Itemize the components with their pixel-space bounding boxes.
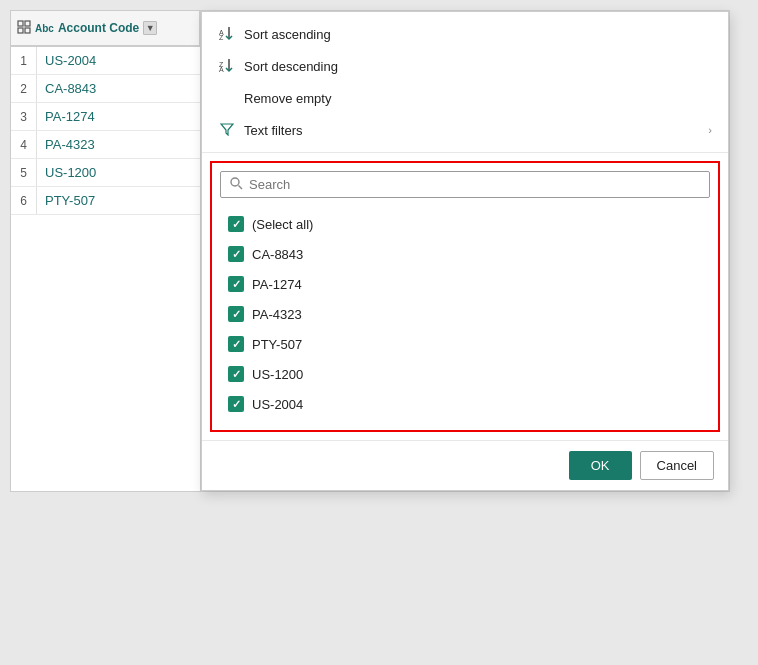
svg-marker-10 <box>221 124 233 135</box>
check-mark: ✓ <box>232 278 241 291</box>
sort-ascending-label: Sort ascending <box>244 27 331 42</box>
table-row: 5 US-1200 <box>11 159 200 187</box>
sort-descending-icon: Z A <box>218 57 236 76</box>
checkbox-label-ca-8843: CA-8843 <box>252 247 303 262</box>
svg-rect-3 <box>25 28 30 33</box>
row-number: 2 <box>11 75 37 102</box>
svg-text:Z: Z <box>219 34 224 41</box>
checkbox-pa-4323[interactable]: ✓ PA-4323 <box>224 300 706 328</box>
dialog-footer: OK Cancel <box>202 440 728 490</box>
checkbox-select-all[interactable]: ✓ (Select all) <box>224 210 706 238</box>
check-mark: ✓ <box>232 338 241 351</box>
spreadsheet-panel: Abc Account Code ▼ 1 US-2004 2 CA-8843 3… <box>11 11 201 491</box>
filter-dropdown-panel: A Z Sort ascending Z A <box>201 11 729 491</box>
text-filters-item[interactable]: Text filters › <box>202 114 728 146</box>
text-filters-icon <box>218 122 236 139</box>
checkbox-icon-us-2004[interactable]: ✓ <box>228 396 244 412</box>
sort-ascending-icon: A Z <box>218 25 236 44</box>
remove-empty-item[interactable]: Remove empty <box>202 82 728 114</box>
grid-icon <box>17 20 31 36</box>
checkbox-icon-pa-1274[interactable]: ✓ <box>228 276 244 292</box>
svg-rect-0 <box>18 21 23 26</box>
sort-descending-label: Sort descending <box>244 59 338 74</box>
checkbox-pa-1274[interactable]: ✓ PA-1274 <box>224 270 706 298</box>
table-row: 6 PTY-507 <box>11 187 200 215</box>
check-mark: ✓ <box>232 248 241 261</box>
account-code-dropdown-arrow[interactable]: ▼ <box>143 21 157 35</box>
check-mark: ✓ <box>232 368 241 381</box>
svg-rect-1 <box>25 21 30 26</box>
table-row: 2 CA-8843 <box>11 75 200 103</box>
account-code-cell: PA-4323 <box>37 137 95 152</box>
checkbox-label-select-all: (Select all) <box>252 217 313 232</box>
checkbox-us-2004[interactable]: ✓ US-2004 <box>224 390 706 418</box>
sort-ascending-item[interactable]: A Z Sort ascending <box>202 18 728 50</box>
remove-empty-label: Remove empty <box>244 91 331 106</box>
account-code-cell: PA-1274 <box>37 109 95 124</box>
account-code-cell: US-2004 <box>37 53 96 68</box>
row-number: 4 <box>11 131 37 158</box>
checkbox-label-pa-1274: PA-1274 <box>252 277 302 292</box>
account-code-cell: CA-8843 <box>37 81 96 96</box>
text-filters-arrow: › <box>708 124 712 136</box>
row-number: 3 <box>11 103 37 130</box>
checkbox-label-pty-507: PTY-507 <box>252 337 302 352</box>
checkbox-icon-pty-507[interactable]: ✓ <box>228 336 244 352</box>
row-number: 1 <box>11 47 37 74</box>
account-code-label: Account Code <box>58 21 139 35</box>
filter-checklist-section: ✓ (Select all) ✓ CA-8843 ✓ PA-1274 <box>210 161 720 432</box>
checkbox-icon-select-all[interactable]: ✓ <box>228 216 244 232</box>
check-mark: ✓ <box>232 308 241 321</box>
svg-line-12 <box>239 186 243 190</box>
checkbox-icon-ca-8843[interactable]: ✓ <box>228 246 244 262</box>
checkbox-label-us-1200: US-1200 <box>252 367 303 382</box>
column-header-row: Abc Account Code ▼ <box>11 11 200 47</box>
main-container: Abc Account Code ▼ 1 US-2004 2 CA-8843 3… <box>10 10 730 492</box>
row-number: 6 <box>11 187 37 214</box>
table-row: 4 PA-4323 <box>11 131 200 159</box>
row-number: 5 <box>11 159 37 186</box>
table-row: 3 PA-1274 <box>11 103 200 131</box>
text-filters-label: Text filters <box>244 123 303 138</box>
abc-icon: Abc <box>35 23 54 34</box>
checkbox-list: ✓ (Select all) ✓ CA-8843 ✓ PA-1274 <box>220 206 710 422</box>
ok-button[interactable]: OK <box>569 451 632 480</box>
account-code-cell: US-1200 <box>37 165 96 180</box>
spreadsheet-rows: 1 US-2004 2 CA-8843 3 PA-1274 4 PA-4323 … <box>11 47 200 215</box>
check-mark: ✓ <box>232 398 241 411</box>
svg-rect-2 <box>18 28 23 33</box>
checkbox-label-pa-4323: PA-4323 <box>252 307 302 322</box>
search-box[interactable] <box>220 171 710 198</box>
svg-point-11 <box>231 178 239 186</box>
sort-descending-item[interactable]: Z A Sort descending <box>202 50 728 82</box>
search-icon <box>229 176 243 193</box>
checkbox-icon-us-1200[interactable]: ✓ <box>228 366 244 382</box>
sort-menu-section: A Z Sort ascending Z A <box>202 12 728 153</box>
checkbox-pty-507[interactable]: ✓ PTY-507 <box>224 330 706 358</box>
table-row: 1 US-2004 <box>11 47 200 75</box>
checkbox-icon-pa-4323[interactable]: ✓ <box>228 306 244 322</box>
check-mark: ✓ <box>232 218 241 231</box>
account-code-column-header[interactable]: Abc Account Code ▼ <box>11 11 200 45</box>
account-code-cell: PTY-507 <box>37 193 95 208</box>
search-input[interactable] <box>249 177 701 192</box>
checkbox-ca-8843[interactable]: ✓ CA-8843 <box>224 240 706 268</box>
svg-text:A: A <box>219 66 224 73</box>
checkbox-us-1200[interactable]: ✓ US-1200 <box>224 360 706 388</box>
checkbox-label-us-2004: US-2004 <box>252 397 303 412</box>
cancel-button[interactable]: Cancel <box>640 451 714 480</box>
